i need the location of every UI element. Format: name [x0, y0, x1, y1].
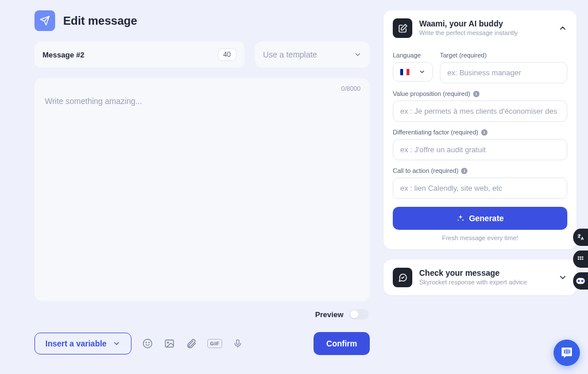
value-prop-input[interactable]: [393, 101, 567, 122]
svg-point-14: [581, 280, 583, 282]
svg-point-4: [167, 342, 168, 343]
value-prop-label: Value proposition (required) i: [393, 90, 567, 97]
diff-label-text: Differentiating factor (required): [393, 129, 478, 136]
svg-rect-5: [237, 340, 239, 344]
insert-variable-label: Insert a variable: [45, 339, 107, 348]
language-select[interactable]: [393, 62, 433, 82]
message-editor[interactable]: 0/8000 Write something amazing...: [34, 78, 370, 301]
char-counter: 0/8000: [341, 85, 361, 92]
translate-fab[interactable]: [573, 229, 588, 246]
emoji-icon[interactable]: [142, 338, 153, 349]
image-icon[interactable]: [164, 338, 175, 349]
confirm-label: Confirm: [326, 339, 357, 348]
chevron-down-icon: [354, 51, 362, 59]
svg-point-6: [578, 256, 579, 258]
check-panel-subtitle: Skyrocket response with expert advice: [419, 279, 551, 287]
cta-label: Call to action (required) i: [393, 167, 567, 174]
cta-label-text: Call to action (required): [393, 167, 458, 174]
send-icon: [34, 10, 55, 31]
check-panel-title: Check your message: [419, 268, 551, 279]
svg-rect-12: [577, 278, 585, 284]
preview-label: Preview: [315, 310, 343, 319]
svg-point-0: [143, 340, 152, 348]
svg-rect-3: [165, 340, 173, 348]
page-title: Edit message: [63, 14, 137, 28]
page-header: Edit message: [34, 10, 370, 31]
france-flag-icon: [400, 69, 409, 75]
chevron-down-icon: [113, 340, 121, 348]
sparkle-icon: [457, 214, 465, 222]
target-input[interactable]: [440, 62, 567, 83]
template-dropdown[interactable]: Use a template: [255, 41, 370, 68]
svg-point-9: [578, 259, 579, 260]
cta-input[interactable]: [393, 178, 567, 199]
insert-variable-button[interactable]: Insert a variable: [34, 333, 131, 354]
message-label: Message #2: [42, 51, 84, 59]
svg-point-2: [149, 342, 149, 343]
attachment-icon[interactable]: [185, 338, 197, 349]
chevron-down-icon: [419, 68, 425, 75]
microphone-icon[interactable]: [233, 338, 243, 349]
generate-label: Generate: [469, 214, 504, 223]
info-icon[interactable]: i: [481, 129, 488, 136]
check-panel[interactable]: Check your message Skyrocket response wi…: [384, 260, 577, 295]
diff-label: Differentiating factor (required) i: [393, 129, 567, 136]
confirm-button[interactable]: Confirm: [314, 332, 370, 355]
chat-check-icon: [393, 268, 412, 287]
intercom-launcher[interactable]: [554, 340, 580, 366]
ai-panel: Waami, your AI buddy Write the perfect m…: [384, 10, 577, 249]
bot-fab[interactable]: [573, 272, 588, 290]
svg-point-13: [578, 280, 580, 282]
value-prop-label-text: Value proposition (required): [393, 90, 470, 97]
fresh-note: Fresh message every time!: [393, 234, 567, 241]
chevron-down-icon: [558, 273, 567, 282]
svg-point-1: [146, 342, 146, 343]
apps-fab[interactable]: [573, 250, 588, 268]
diff-input[interactable]: [393, 139, 567, 160]
message-count-badge: 40: [218, 48, 237, 61]
editor-placeholder: Write something amazing...: [45, 97, 359, 106]
edit-square-icon: [393, 18, 412, 38]
svg-point-11: [582, 259, 583, 260]
template-placeholder: Use a template: [263, 50, 317, 59]
gif-icon[interactable]: GIF: [207, 339, 223, 348]
gif-label: GIF: [207, 339, 223, 348]
preview-toggle[interactable]: [349, 309, 369, 319]
chevron-up-icon: [558, 24, 567, 33]
svg-point-7: [580, 256, 582, 258]
language-label: Language: [393, 52, 433, 59]
ai-panel-header[interactable]: Waami, your AI buddy Write the perfect m…: [393, 18, 567, 38]
ai-panel-title: Waami, your AI buddy: [419, 19, 551, 29]
svg-point-8: [582, 256, 583, 258]
ai-panel-subtitle: Write the perfect message instantly: [419, 29, 551, 37]
generate-button[interactable]: Generate: [393, 207, 567, 230]
info-icon[interactable]: i: [473, 91, 479, 97]
message-selector[interactable]: Message #2 40: [34, 41, 245, 68]
target-label: Target (required): [440, 52, 567, 59]
svg-point-10: [580, 259, 582, 260]
info-icon[interactable]: i: [461, 168, 467, 174]
